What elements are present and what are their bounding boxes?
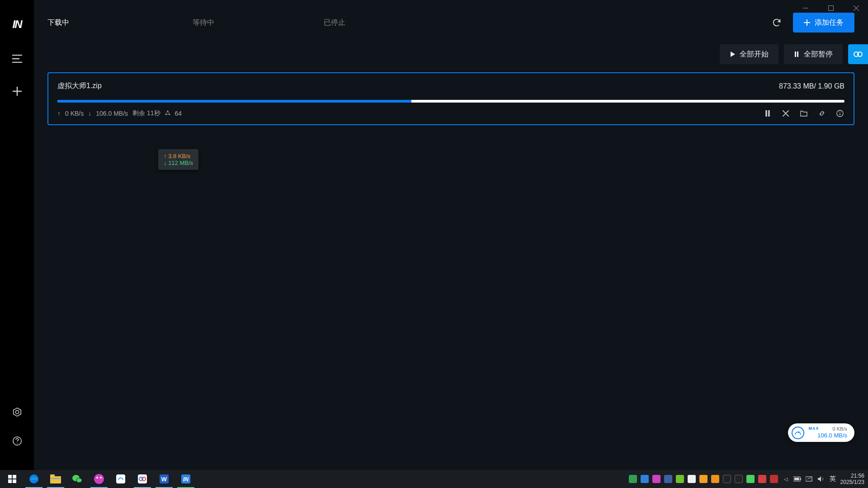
add-icon[interactable] (8, 82, 26, 100)
svg-rect-17 (51, 478, 60, 479)
tray-ime[interactable]: 英 (830, 475, 836, 483)
app-logo: IN (13, 18, 22, 31)
upload-speed: 0 KB/s (65, 110, 84, 117)
tab-stopped[interactable]: 已停止 (269, 18, 400, 28)
svg-rect-16 (50, 474, 55, 477)
taskbar-edge-icon[interactable] (24, 470, 44, 488)
pause-download-icon[interactable] (763, 109, 772, 118)
svg-text:W: W (161, 476, 167, 483)
plus-icon (804, 19, 810, 26)
main-area: 下载中 等待中 已停止 添加任务 全部开始 全部暂停 虚拟大师1.zip (34, 0, 868, 470)
taskbar: W IN ◁ (0, 470, 868, 488)
help-icon[interactable] (8, 432, 26, 450)
svg-text:IN: IN (183, 476, 189, 483)
tooltip-upload: ↑ 3.8 KB/s (164, 153, 193, 160)
tray-icon-4[interactable] (664, 475, 672, 483)
svg-rect-11 (13, 475, 16, 479)
taskbar-right: ◁ 英 21:56 2025/1/23 (629, 473, 868, 486)
tray-icon-3[interactable] (652, 475, 660, 483)
speed-badge-max: MAX (809, 426, 819, 431)
progress-bar (57, 100, 844, 103)
svg-point-22 (100, 477, 102, 479)
tabs-row: 下载中 等待中 已停止 添加任务 (34, 0, 868, 32)
tray-icon-7[interactable] (699, 475, 708, 483)
peers-count: 64 (175, 110, 182, 117)
taskbar-wechat-icon[interactable] (67, 470, 88, 488)
tray-icon-1[interactable] (629, 475, 637, 483)
download-speed: 106.0 MB/s (96, 110, 128, 117)
tray-chevron-icon[interactable]: ◁ (782, 475, 790, 483)
tray-battery-icon[interactable] (793, 475, 802, 483)
tray-date: 2025/1/23 (840, 479, 864, 485)
tray-icon-8[interactable] (711, 475, 719, 483)
tray-icon-13[interactable] (770, 475, 778, 483)
close-icon[interactable] (849, 3, 863, 14)
pause-all-label: 全部暂停 (804, 50, 833, 59)
open-folder-icon[interactable] (799, 109, 808, 118)
play-icon (730, 52, 735, 57)
window-controls (798, 3, 863, 14)
tray-icon-11[interactable] (746, 475, 755, 483)
tray-icon-10[interactable] (735, 475, 743, 483)
tray-time: 21:56 (840, 473, 864, 479)
tray-wifi-icon[interactable] (805, 475, 813, 483)
taskbar-left: W IN (0, 470, 196, 488)
speed-badge-up: 0 KB/s (833, 426, 847, 432)
tray-icon-2[interactable] (641, 475, 649, 483)
pause-all-button[interactable]: 全部暂停 (784, 44, 843, 64)
tray-icon-12[interactable] (758, 475, 766, 483)
tooltip-download: ↓ 112 MB/s (164, 160, 193, 166)
speed-badge-text: MAX 0 KB/s 106.0 MB/s (809, 426, 847, 439)
start-menu-icon[interactable] (2, 470, 23, 488)
info-icon[interactable] (835, 109, 844, 118)
tray-clock[interactable]: 21:56 2025/1/23 (840, 473, 864, 486)
svg-point-20 (94, 474, 104, 484)
download-card[interactable]: 虚拟大师1.zip 873.33 MB/ 1.90 GB ↑ 0 KB/s ↓ … (47, 72, 854, 125)
speed-tooltip: ↑ 3.8 KB/s ↓ 112 MB/s (158, 149, 198, 170)
taskbar-explorer-icon[interactable] (45, 470, 66, 488)
download-filename: 虚拟大师1.zip (57, 81, 102, 91)
add-task-label: 添加任务 (815, 18, 844, 28)
tray-volume-icon[interactable] (817, 475, 825, 483)
svg-rect-15 (50, 476, 61, 483)
cloud-button[interactable] (848, 44, 868, 64)
cancel-download-icon[interactable] (781, 109, 790, 118)
taskbar-app1-icon[interactable] (89, 470, 109, 488)
taskbar-app3-icon[interactable] (132, 470, 153, 488)
tray-icon-9[interactable] (723, 475, 731, 483)
tray-icon-5[interactable] (676, 475, 684, 483)
svg-point-9 (840, 112, 840, 113)
progress-fill (57, 100, 411, 103)
time-remaining: 剩余 11秒 (132, 109, 160, 117)
secondary-row: 全部开始 全部暂停 (34, 41, 868, 68)
peers-icon (165, 110, 170, 117)
svg-point-21 (96, 477, 98, 479)
sidebar: IN (0, 0, 34, 470)
svg-point-19 (76, 478, 82, 483)
tray-icon-6[interactable] (688, 475, 696, 483)
add-task-button[interactable]: 添加任务 (793, 13, 854, 33)
taskbar-current-app-icon[interactable]: IN (175, 470, 196, 488)
copy-link-icon[interactable] (817, 109, 826, 118)
svg-rect-13 (13, 479, 16, 483)
settings-icon[interactable] (8, 403, 26, 421)
menu-icon[interactable] (8, 50, 26, 68)
tray-icons: ◁ (629, 475, 825, 483)
minimize-icon[interactable] (798, 3, 813, 14)
start-all-label: 全部开始 (740, 50, 769, 59)
refresh-icon[interactable] (770, 16, 783, 29)
taskbar-word-icon[interactable]: W (154, 470, 175, 488)
start-all-button[interactable]: 全部开始 (720, 44, 778, 64)
gauge-icon (792, 427, 804, 439)
tab-downloading[interactable]: 下载中 (47, 18, 138, 28)
maximize-icon[interactable] (824, 3, 838, 14)
speed-badge[interactable]: MAX 0 KB/s 106.0 MB/s (788, 423, 854, 442)
download-arrow-icon: ↓ (88, 110, 91, 117)
pause-icon (794, 52, 799, 57)
tab-waiting[interactable]: 等待中 (138, 18, 269, 28)
speed-badge-down: 106.0 MB/s (809, 432, 847, 439)
svg-rect-2 (829, 6, 834, 11)
svg-rect-32 (800, 478, 801, 480)
taskbar-app2-icon[interactable] (110, 470, 131, 488)
upload-arrow-icon: ↑ (57, 110, 61, 117)
